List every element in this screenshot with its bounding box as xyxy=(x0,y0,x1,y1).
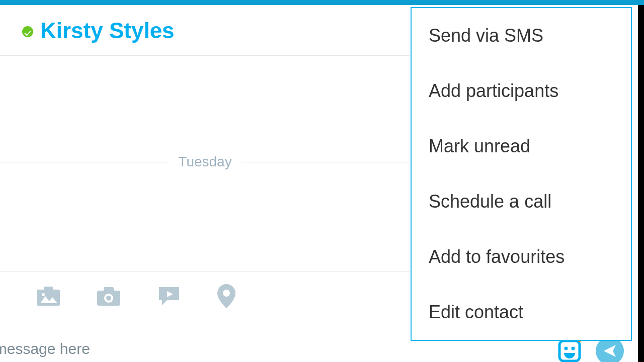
menu-item-send-sms[interactable]: Send via SMS xyxy=(412,8,631,63)
date-divider: Tuesday xyxy=(0,154,410,170)
video-message-icon[interactable] xyxy=(157,285,181,309)
svg-point-3 xyxy=(42,293,45,296)
date-label: Tuesday xyxy=(169,154,240,170)
svg-point-7 xyxy=(106,296,111,301)
divider-line xyxy=(0,162,169,162)
gallery-icon[interactable] xyxy=(36,286,60,308)
menu-item-schedule-call[interactable]: Schedule a call xyxy=(412,174,631,229)
svg-point-11 xyxy=(565,347,568,350)
svg-point-9 xyxy=(223,290,230,297)
window-edge xyxy=(638,5,644,362)
chat-header: Kirsty Styles xyxy=(0,5,410,56)
camera-icon[interactable] xyxy=(97,286,121,308)
svg-point-12 xyxy=(572,347,575,350)
menu-item-mark-unread[interactable]: Mark unread xyxy=(412,119,631,174)
svg-marker-13 xyxy=(604,345,616,357)
chat-content: Tuesday xyxy=(0,56,410,272)
location-icon[interactable] xyxy=(217,284,235,310)
svg-rect-5 xyxy=(104,287,114,292)
menu-item-edit-contact[interactable]: Edit contact xyxy=(412,285,631,340)
menu-item-add-favourites[interactable]: Add to favourites xyxy=(412,229,631,285)
menu-item-add-participants[interactable]: Add participants xyxy=(412,63,631,119)
presence-online-icon xyxy=(22,26,33,37)
svg-rect-1 xyxy=(44,287,53,291)
svg-rect-0 xyxy=(37,290,60,306)
contact-name[interactable]: Kirsty Styles xyxy=(40,18,175,43)
message-input[interactable] xyxy=(0,340,638,357)
divider-line xyxy=(241,162,410,162)
app-top-bar xyxy=(0,0,644,5)
context-menu: Send via SMS Add participants Mark unrea… xyxy=(411,7,632,341)
